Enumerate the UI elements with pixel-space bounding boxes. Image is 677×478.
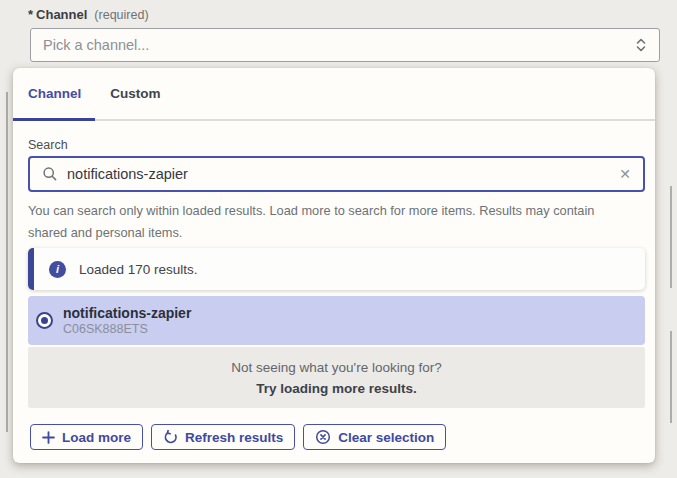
search-label: Search <box>28 138 68 152</box>
option-text: notifications-zapier C06SK888ETS <box>63 305 191 336</box>
alert-text: Loaded 170 results. <box>79 262 198 277</box>
channel-field-label: *Channel(required) <box>28 7 149 22</box>
alert-accent-bar <box>28 248 34 290</box>
refresh-icon <box>163 430 178 445</box>
plus-icon <box>42 431 55 444</box>
search-input[interactable] <box>67 166 610 182</box>
select-placeholder: Pick a channel... <box>43 37 149 53</box>
channel-select[interactable]: Pick a channel... <box>30 28 660 62</box>
refresh-results-button[interactable]: Refresh results <box>151 424 295 450</box>
radio-button-selected[interactable] <box>36 312 53 329</box>
search-help-text: You can search only within loaded result… <box>28 200 628 244</box>
info-alert: i Loaded 170 results. <box>28 248 645 290</box>
channel-picker-screen: *Channel(required) Pick a channel... Cha… <box>0 0 677 478</box>
clear-selection-button[interactable]: Clear selection <box>303 424 446 450</box>
channel-dropdown-panel: Channel Custom Search ✕ You can search o… <box>13 68 655 463</box>
underlying-form-edge <box>6 92 8 432</box>
underlying-form-edge <box>670 331 672 423</box>
option-title: notifications-zapier <box>63 305 191 321</box>
radio-dot <box>41 317 48 324</box>
load-more-label: Load more <box>62 430 131 445</box>
refresh-results-label: Refresh results <box>185 430 283 445</box>
action-button-row: Load more Refresh results <box>30 424 446 450</box>
load-more-button[interactable]: Load more <box>30 424 143 450</box>
tab-channel-label: Channel <box>28 86 81 101</box>
hint-line1: Not seeing what you're looking for? <box>231 357 441 378</box>
required-note: (required) <box>94 8 148 22</box>
info-icon: i <box>49 261 66 278</box>
tab-custom-label: Custom <box>110 86 160 101</box>
clear-search-icon[interactable]: ✕ <box>619 167 631 181</box>
results-hint: Not seeing what you're looking for? Try … <box>28 347 645 408</box>
hint-line2: Try loading more results. <box>256 378 417 399</box>
search-icon <box>42 166 58 182</box>
option-subtitle: C06SK888ETS <box>63 322 191 336</box>
channel-option-selected[interactable]: notifications-zapier C06SK888ETS <box>28 296 645 345</box>
tab-custom[interactable]: Custom <box>95 68 175 119</box>
underlying-form-edge <box>670 186 672 288</box>
clear-selection-label: Clear selection <box>338 430 434 445</box>
select-chevron-icon <box>635 37 647 53</box>
tab-channel[interactable]: Channel <box>13 68 95 119</box>
search-field: ✕ <box>28 156 645 192</box>
field-label-text: Channel <box>36 7 87 22</box>
clear-circle-icon <box>315 429 331 445</box>
required-marker: * <box>28 7 33 22</box>
tab-bar: Channel Custom <box>13 68 655 121</box>
